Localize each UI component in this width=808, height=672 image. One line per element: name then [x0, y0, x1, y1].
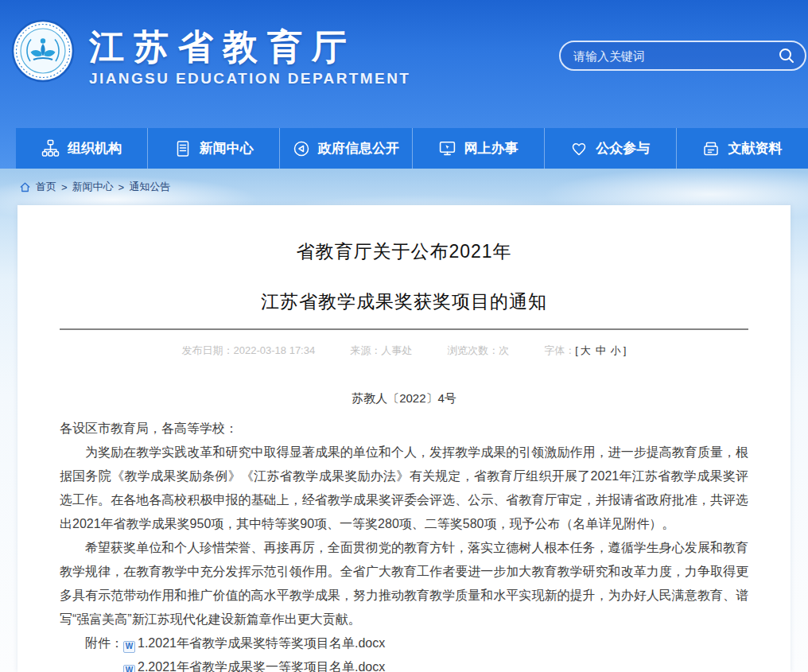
paragraph-2: 希望获奖单位和个人珍惜荣誉、再接再厉，全面贯彻党的教育方针，落实立德树人根本任务… — [60, 536, 748, 631]
document-number: 苏教人〔2022〕4号 — [60, 391, 748, 406]
breadcrumb-news-center[interactable]: 新闻中心 — [72, 180, 114, 194]
breadcrumb-notices[interactable]: 通知公告 — [129, 180, 170, 194]
salutation: 各设区市教育局，各高等学校： — [60, 417, 748, 441]
font-size-label: 字体： — [544, 344, 575, 356]
site-subtitle: JIANGSU EDUCATION DEPARTMENT — [89, 70, 410, 87]
emblem-icon — [11, 19, 75, 83]
attachments-label: 附件： — [85, 636, 123, 650]
font-size-large-button[interactable]: 大 — [581, 344, 591, 356]
paragraph-1: 为奖励在教学实践改革和研究中取得显著成果的单位和个人，发挥教学成果的引领激励作用… — [60, 441, 748, 536]
nav-item-public-participation[interactable]: 公众参与 — [545, 128, 677, 169]
publish-date: 发布日期：2022-03-18 17:34 — [182, 344, 316, 358]
online-services-icon — [438, 139, 456, 157]
breadcrumb: 首页 > 新闻中心 > 通知公告 — [19, 180, 170, 194]
nav-item-label: 文献资料 — [728, 139, 782, 157]
search-box — [559, 41, 806, 71]
attachment-row-2: W2.2021年省教学成果奖一等奖项目名单.docx — [60, 655, 748, 672]
article-title-line2: 江苏省教学成果奖获奖项目的通知 — [60, 289, 748, 314]
bracket-open: [ — [575, 344, 578, 356]
font-size-small-button[interactable]: 小 — [611, 344, 621, 356]
nav-item-documents[interactable]: 文献资料 — [677, 128, 808, 169]
site-title-block: 江苏省教育厅 JIANGSU EDUCATION DEPARTMENT — [89, 27, 410, 87]
article-meta: 发布日期：2022-03-18 17:34 来源：人事处 浏览次数：次 字体：[… — [60, 344, 748, 358]
documents-icon — [702, 140, 720, 157]
font-size-medium-button[interactable]: 中 — [596, 344, 606, 356]
nav-item-label: 政府信息公开 — [318, 139, 399, 157]
site-title: 江苏省教育厅 — [89, 27, 410, 67]
nav-item-label: 公众参与 — [596, 139, 650, 157]
breadcrumb-separator: > — [118, 181, 125, 193]
word-doc-icon: W — [123, 665, 135, 672]
word-doc-icon: W — [123, 641, 135, 653]
org-chart-icon — [41, 139, 60, 157]
site-logo[interactable] — [11, 19, 75, 83]
breadcrumb-separator: > — [61, 181, 68, 193]
bracket-close: ] — [623, 344, 627, 356]
nav-item-label: 新闻中心 — [200, 139, 254, 157]
search-input[interactable] — [573, 49, 776, 63]
page: 江苏省教育厅 JIANGSU EDUCATION DEPARTMENT 组织机构 — [0, 0, 808, 672]
title-divider — [60, 328, 748, 330]
search-icon[interactable] — [776, 45, 797, 66]
attachment-link-1[interactable]: 1.2021年省教学成果奖特等奖项目名单.docx — [138, 636, 385, 650]
info-disclosure-icon — [293, 140, 310, 157]
article-source: 来源：人事处 — [350, 344, 412, 358]
nav-item-label: 组织机构 — [68, 139, 122, 157]
nav-item-label: 网上办事 — [464, 139, 519, 157]
main-nav: 组织机构 新闻中心 政府信息公开 — [16, 128, 808, 169]
news-icon — [174, 140, 192, 157]
breadcrumb-home[interactable]: 首页 — [36, 180, 56, 194]
view-count: 浏览次数：次 — [447, 344, 509, 358]
nav-item-news[interactable]: 新闻中心 — [148, 128, 280, 169]
heart-icon — [570, 140, 588, 157]
nav-item-gov-info[interactable]: 政府信息公开 — [280, 128, 412, 169]
article-panel: 省教育厅关于公布2021年 江苏省教学成果奖获奖项目的通知 发布日期：2022-… — [17, 205, 791, 672]
attachment-link-2[interactable]: 2.2021年省教学成果奖一等奖项目名单.docx — [138, 660, 385, 672]
font-size-widget: 字体：[大中小] — [544, 344, 626, 358]
nav-item-online-services[interactable]: 网上办事 — [413, 128, 545, 169]
article-title-line1: 省教育厅关于公布2021年 — [60, 239, 748, 264]
attachment-row-1: 附件：W1.2021年省教学成果奖特等奖项目名单.docx — [60, 631, 748, 655]
home-icon — [19, 181, 31, 193]
nav-item-organization[interactable]: 组织机构 — [16, 128, 148, 169]
